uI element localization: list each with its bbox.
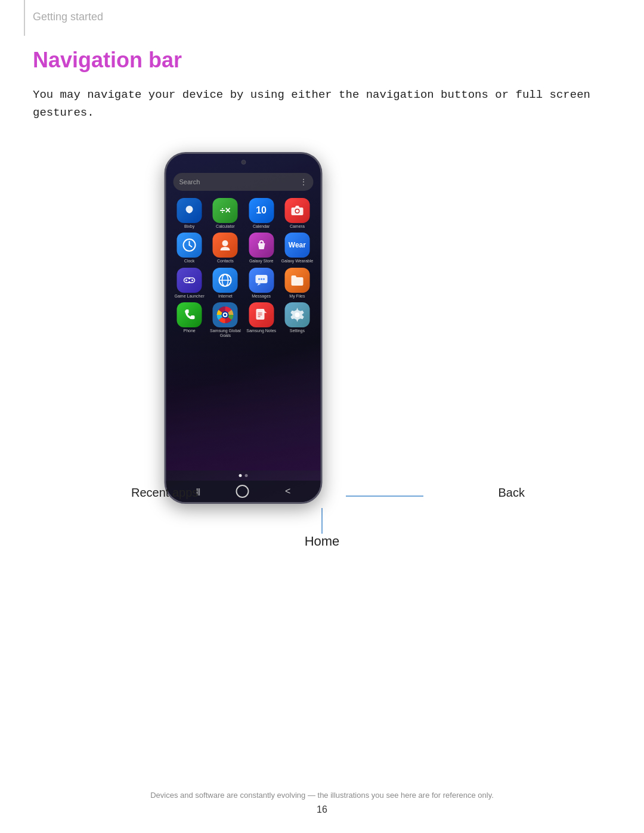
- clock-icon: [177, 233, 202, 258]
- app-item-bixby[interactable]: Bixby: [174, 198, 206, 229]
- svg-point-6: [296, 209, 299, 212]
- phone-search-bar[interactable]: Search ⋮: [174, 173, 314, 191]
- app-item-clock[interactable]: Clock: [174, 233, 206, 264]
- page-dot-active: [239, 474, 242, 477]
- page-indicator: [166, 470, 321, 481]
- phone-search-dots: ⋮: [299, 177, 308, 187]
- phone-label: Phone: [184, 329, 196, 333]
- svg-marker-7: [295, 206, 299, 208]
- clock-label: Clock: [184, 259, 195, 264]
- phone-top-bar: [166, 154, 321, 171]
- app-item-my-files[interactable]: My Files: [281, 268, 313, 299]
- contacts-label: Contacts: [217, 259, 234, 264]
- camera-icon: [284, 198, 309, 223]
- calendar-icon: 10: [249, 198, 274, 223]
- app-item-messages[interactable]: Messages: [245, 268, 277, 299]
- internet-icon: [213, 268, 238, 293]
- my-files-icon: [284, 268, 309, 293]
- contacts-icon: [213, 233, 238, 258]
- description: You may navigate your device by using ei…: [33, 86, 611, 122]
- section-title: Navigation bar: [33, 48, 611, 73]
- app-item-internet[interactable]: Internet: [209, 268, 242, 299]
- page-footer: Devices and software are constantly evol…: [0, 791, 644, 815]
- app-item-settings[interactable]: Settings: [281, 302, 313, 339]
- galaxy-store-icon: [249, 233, 274, 258]
- svg-point-11: [222, 240, 228, 246]
- bixby-label: Bixby: [184, 224, 194, 229]
- game-launcher-icon: [177, 268, 202, 293]
- back-label: Back: [499, 486, 525, 500]
- nav-home-button[interactable]: [236, 485, 249, 498]
- app-item-camera[interactable]: Camera: [281, 198, 313, 229]
- page-border: [24, 0, 25, 36]
- app-item-game-launcher[interactable]: Game Launcher: [174, 268, 206, 299]
- front-camera: [241, 160, 246, 165]
- galaxy-store-label: Galaxy Store: [249, 259, 273, 264]
- svg-point-23: [263, 278, 265, 280]
- game-launcher-label: Game Launcher: [175, 294, 205, 299]
- home-label: Home: [305, 534, 340, 549]
- calculator-label: Calculator: [216, 224, 235, 229]
- messages-label: Messages: [252, 294, 271, 299]
- app-grid: Bixby ÷× Calculator 10 Calendar C: [166, 196, 321, 341]
- bixby-icon: [177, 198, 202, 223]
- messages-icon: [249, 268, 274, 293]
- recent-apps-label: Recent apps: [131, 486, 198, 500]
- app-item-contacts[interactable]: Contacts: [209, 233, 242, 264]
- page-content: Navigation bar You may navigate your dev…: [0, 0, 644, 617]
- svg-point-22: [261, 278, 262, 280]
- svg-line-10: [190, 245, 192, 247]
- phone-mockup: Search ⋮ Bixby ÷× Calculator: [165, 152, 323, 504]
- breadcrumb: Getting started: [33, 11, 103, 23]
- app-item-samsung-goals[interactable]: Samsung Global Goals: [209, 302, 242, 339]
- svg-point-12: [185, 279, 187, 281]
- internet-label: Internet: [218, 294, 233, 299]
- phone-search-text: Search: [179, 178, 200, 185]
- app-item-phone[interactable]: Phone: [174, 302, 206, 339]
- phone-icon: [177, 302, 202, 327]
- app-item-galaxy-store[interactable]: Galaxy Store: [245, 233, 277, 264]
- calculator-icon: ÷×: [213, 198, 238, 223]
- settings-label: Settings: [290, 329, 305, 333]
- settings-icon: [284, 302, 309, 327]
- camera-label: Camera: [290, 224, 305, 229]
- calendar-label: Calendar: [253, 224, 270, 229]
- samsung-goals-icon: [213, 302, 238, 327]
- svg-point-14: [191, 279, 193, 281]
- my-files-label: My Files: [289, 294, 305, 299]
- galaxy-wearable-icon: Wear: [284, 233, 309, 258]
- svg-point-21: [258, 278, 260, 280]
- galaxy-wearable-label: Galaxy Wearable: [281, 259, 314, 264]
- wallpaper-area: [166, 341, 321, 470]
- footer-page-num: 16: [0, 804, 644, 815]
- diagram-area: Search ⋮ Bixby ÷× Calculator: [113, 152, 531, 581]
- samsung-goals-label: Samsung Global Goals: [209, 329, 242, 339]
- app-item-samsung-notes[interactable]: Samsung Notes: [245, 302, 277, 339]
- app-item-calendar[interactable]: 10 Calendar: [245, 198, 277, 229]
- app-item-galaxy-wearable[interactable]: Wear Galaxy Wearable: [281, 233, 313, 264]
- svg-point-28: [224, 314, 227, 316]
- samsung-notes-label: Samsung Notes: [246, 329, 276, 333]
- footer-disclaimer: Devices and software are constantly evol…: [0, 791, 644, 800]
- page-dot: [245, 474, 248, 477]
- app-item-calculator[interactable]: ÷× Calculator: [209, 198, 242, 229]
- nav-back-button[interactable]: <: [285, 486, 290, 497]
- samsung-notes-icon: [249, 302, 274, 327]
